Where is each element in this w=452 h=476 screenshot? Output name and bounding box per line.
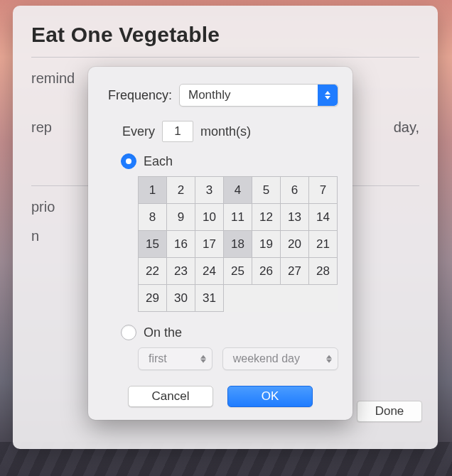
day-cell-30[interactable]: 30 (167, 285, 195, 312)
every-value-input[interactable]: 1 (162, 121, 193, 142)
every-unit: month(s) (200, 124, 251, 139)
reminder-title: Eat One Vegetable (31, 23, 419, 47)
on-the-radio[interactable] (121, 325, 136, 340)
done-button[interactable]: Done (357, 401, 422, 422)
custom-repeat-popover: Frequency: Monthly Every 1 month(s) Each… (88, 67, 353, 420)
remind-label: remind (31, 70, 97, 87)
day-cell-16[interactable]: 16 (167, 231, 195, 258)
day-cell-20[interactable]: 20 (281, 231, 309, 258)
day-cell-17[interactable]: 17 (195, 231, 224, 258)
on-the-label: On the (144, 325, 182, 340)
day-cell-4[interactable]: 4 (224, 177, 252, 204)
day-cell-3[interactable]: 3 (195, 177, 224, 204)
day-cell-7[interactable]: 7 (309, 177, 338, 204)
day-cell-10[interactable]: 10 (195, 204, 224, 231)
frequency-label: Frequency: (102, 88, 179, 103)
day-cell-1[interactable]: 1 (139, 177, 167, 204)
day-cell-13[interactable]: 13 (281, 204, 309, 231)
day-cell-9[interactable]: 9 (167, 204, 195, 231)
day-cell-31[interactable]: 31 (195, 285, 224, 312)
day-cell-19[interactable]: 19 (252, 231, 281, 258)
every-label: Every (122, 124, 155, 139)
each-radio[interactable] (121, 153, 136, 169)
frequency-value: Monthly (188, 88, 231, 102)
day-cell-15[interactable]: 15 (139, 231, 167, 258)
frequency-select[interactable]: Monthly (179, 84, 338, 107)
repeat-label: rep (31, 119, 97, 136)
day-cell-8[interactable]: 8 (139, 204, 167, 231)
day-cell-22[interactable]: 22 (139, 258, 167, 285)
ok-button[interactable]: OK (227, 386, 313, 407)
dayofweek-select[interactable]: weekend day (222, 347, 338, 370)
day-cell-6[interactable]: 6 (281, 177, 309, 204)
day-cell-14[interactable]: 14 (309, 204, 338, 231)
dayofweek-value: weekend day (233, 352, 300, 365)
day-cell-29[interactable]: 29 (139, 285, 167, 312)
day-cell-28[interactable]: 28 (309, 258, 338, 285)
day-cell-21[interactable]: 21 (309, 231, 338, 258)
notes-label: n (31, 228, 97, 244)
day-cell-23[interactable]: 23 (167, 258, 195, 285)
select-stepper-icon (318, 85, 338, 106)
day-cell-25[interactable]: 25 (224, 258, 252, 285)
day-cell-12[interactable]: 12 (252, 204, 281, 231)
ordinal-select[interactable]: first (138, 347, 212, 370)
day-of-month-grid: 1234567891011121314151617181920212223242… (138, 176, 338, 312)
day-cell-11[interactable]: 11 (224, 204, 252, 231)
cancel-button[interactable]: Cancel (128, 386, 213, 407)
day-cell-26[interactable]: 26 (252, 258, 281, 285)
day-cell-5[interactable]: 5 (252, 177, 281, 204)
each-label: Each (144, 154, 173, 169)
ordinal-value: first (149, 352, 167, 365)
day-cell-27[interactable]: 27 (281, 258, 309, 285)
day-cell-18[interactable]: 18 (224, 231, 252, 258)
priority-label: prio (31, 199, 97, 215)
day-cell-2[interactable]: 2 (167, 177, 195, 204)
day-cell-24[interactable]: 24 (195, 258, 224, 285)
divider (31, 57, 419, 58)
